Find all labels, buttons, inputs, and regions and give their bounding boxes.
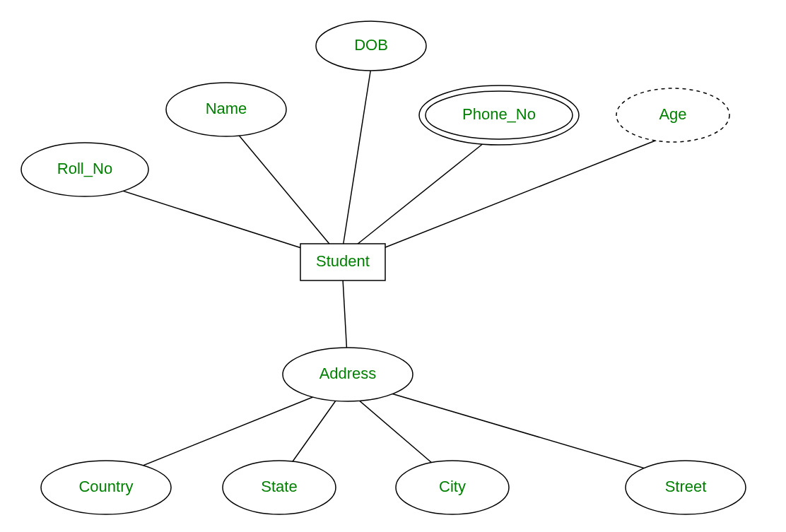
- attribute-country: Country: [41, 461, 171, 514]
- attribute-state: State: [223, 461, 336, 514]
- attribute-city: City: [396, 461, 509, 514]
- attribute-country-label: Country: [78, 478, 133, 495]
- attribute-name-label: Name: [206, 100, 247, 117]
- edge-student-dob: [343, 67, 371, 247]
- attribute-dob: DOB: [316, 21, 426, 71]
- attribute-phoneno: Phone_No: [419, 85, 579, 145]
- edge-student-age: [368, 134, 671, 254]
- attribute-state-label: State: [261, 478, 297, 495]
- attribute-rollno-label: Roll_No: [57, 160, 112, 177]
- entity-student-label: Student: [316, 252, 370, 270]
- attribute-address: Address: [283, 348, 413, 401]
- attribute-phoneno-label: Phone_No: [462, 105, 536, 123]
- attribute-street: Street: [626, 461, 746, 514]
- attribute-dob-label: DOB: [354, 36, 388, 54]
- er-diagram: DOB Name Phone_No Age Roll_No Student Ad…: [0, 0, 786, 532]
- attribute-name: Name: [166, 83, 286, 136]
- attribute-address-label: Address: [319, 365, 377, 382]
- attribute-rollno: Roll_No: [21, 143, 148, 196]
- attribute-city-label: City: [439, 478, 466, 495]
- entity-student: Student: [300, 244, 385, 280]
- edge-student-phoneno: [353, 134, 495, 247]
- edge-student-name: [226, 120, 332, 247]
- attribute-street-label: Street: [665, 478, 707, 495]
- attribute-age-label: Age: [659, 105, 686, 123]
- attribute-age: Age: [616, 88, 729, 142]
